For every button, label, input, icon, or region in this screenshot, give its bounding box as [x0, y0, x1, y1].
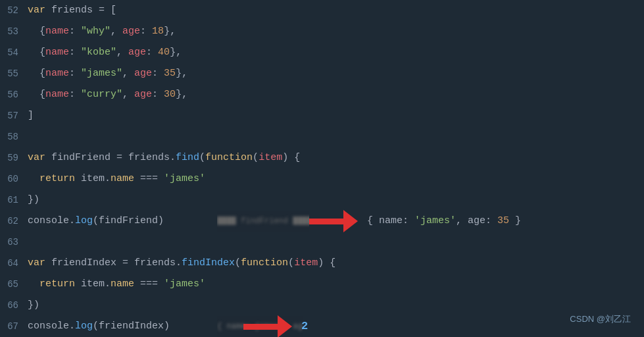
watermark: CSDN @刘乙江 [570, 313, 631, 325]
line-content-64: var friendIndex = friends.findIndex(func… [28, 253, 644, 274]
code-line-52: 52 var friends = [ [0, 0, 644, 21]
line-num-60: 60 [0, 168, 28, 190]
arrow-head-67 [278, 315, 292, 337]
line-content-58 [28, 126, 644, 147]
line-num-57: 57 [0, 105, 28, 126]
line-num-53: 53 [0, 21, 28, 42]
arrow-body-62 [309, 219, 343, 224]
annotation-62: { name: 'james', age: 35 } [309, 210, 521, 232]
line-content-55: {name: "james", age: 35}, [28, 63, 644, 84]
line-num-56: 56 [0, 84, 28, 105]
line-num-52: 52 [0, 0, 28, 21]
code-line-58: 58 [0, 126, 644, 147]
line-content-63 [28, 232, 644, 253]
code-line-63: 63 [0, 232, 644, 253]
code-line-53: 53 {name: "why", age: 18}, [0, 21, 644, 42]
code-line-59: 59 var findFriend = friends.find(functio… [0, 147, 644, 168]
arrow-head-62 [343, 210, 358, 232]
code-line-55: 55 {name: "james", age: 35}, [0, 63, 644, 84]
arrow-67 [243, 315, 292, 337]
blur-overlay-62: ████ findFriend ████████ [217, 211, 309, 232]
code-line-60: 60 return item.name === 'james' [0, 168, 644, 190]
line-num-58: 58 [0, 126, 28, 147]
code-line-56: 56 {name: "curry", age: 30}, [0, 84, 644, 105]
line-content-52: var friends = [ [28, 0, 644, 21]
arrow-body-67 [243, 324, 278, 330]
code-editor: 52 var friends = [ 53 {name: "why", age:… [0, 0, 644, 337]
line-content-66: }) [28, 295, 644, 316]
result-text-67: 2 [301, 316, 308, 337]
code-line-67: 67 console.log(friendIndex) { name: jame… [0, 316, 644, 337]
line-content-56: {name: "curry", age: 30}, [28, 84, 644, 105]
code-line-61: 61 }) [0, 190, 644, 211]
line-num-54: 54 [0, 42, 28, 63]
line-content-53: {name: "why", age: 18}, [28, 21, 644, 42]
line-content-67: console.log(friendIndex) [28, 316, 644, 337]
line-num-62: 62 [0, 211, 28, 232]
line-content-59: var findFriend = friends.find(function(i… [28, 147, 644, 168]
result-text-62: { name: 'james', age: 35 } [367, 211, 521, 232]
line-content-60: return item.name === 'james' [28, 168, 644, 190]
code-line-65: 65 return item.name === 'james' [0, 274, 644, 295]
line-num-67: 67 [0, 316, 28, 337]
code-line-66: 66 }) [0, 295, 644, 316]
line-num-65: 65 [0, 274, 28, 295]
line-num-61: 61 [0, 190, 28, 211]
code-line-62: 62 console.log(findFriend) ████ findFrie… [0, 211, 644, 232]
code-line-54: 54 {name: "kobe", age: 40}, [0, 42, 644, 63]
line-content-65: return item.name === 'james' [28, 274, 644, 295]
arrow-62 [309, 210, 358, 232]
line-num-66: 66 [0, 295, 28, 316]
code-line-57: 57 ] [0, 105, 644, 126]
line-num-55: 55 [0, 63, 28, 84]
line-content-54: {name: "kobe", age: 40}, [28, 42, 644, 63]
line-num-59: 59 [0, 147, 28, 168]
line-num-64: 64 [0, 253, 28, 274]
annotation-67: 2 [243, 315, 308, 337]
line-content-57: ] [28, 105, 644, 126]
code-line-64: 64 var friendIndex = friends.findIndex(f… [0, 253, 644, 274]
line-num-63: 63 [0, 232, 28, 253]
line-content-61: }) [28, 190, 644, 211]
